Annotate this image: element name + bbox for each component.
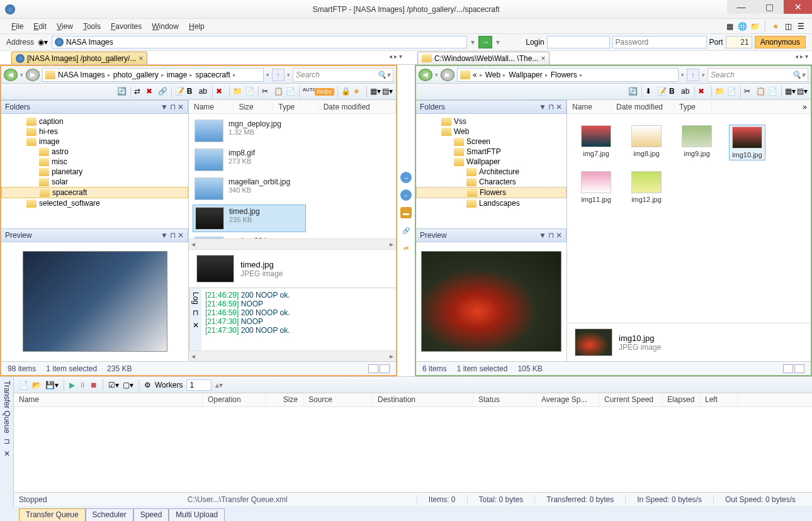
close-icon[interactable]: ✕ [556, 103, 562, 111]
bold-icon[interactable]: B [669, 87, 679, 97]
view-tiles-icon[interactable] [783, 364, 793, 373]
menu-favorites[interactable]: Favorites [106, 20, 147, 33]
tree-item[interactable]: spacecraft [1, 187, 188, 198]
rename-icon[interactable]: ab [681, 87, 691, 97]
view-icon[interactable]: ▤▾ [797, 87, 807, 97]
thumbnail-grid[interactable]: img7.jpgimg8.jpgimg9.jpgimg10.jpgimg11.j… [567, 114, 811, 323]
workers-input[interactable] [186, 379, 211, 391]
favorite-icon[interactable]: ★ [770, 21, 781, 31]
thumbnail[interactable]: img12.jpg [629, 171, 664, 203]
dropdown-icon[interactable]: ▼ [539, 103, 546, 111]
queue-column[interactable]: Average Sp... [536, 393, 599, 406]
newfile-icon[interactable]: 📄 [245, 87, 255, 97]
pasv-button[interactable]: PASV [315, 88, 334, 96]
column-header[interactable]: Type [674, 103, 712, 111]
queue-columns[interactable]: NameOperationSizeSourceDestinationStatus… [14, 393, 812, 407]
open-icon[interactable]: 📂 [32, 381, 42, 389]
log-scrollbar[interactable]: ◂▸ [189, 350, 396, 361]
queue-column[interactable]: Size [266, 393, 303, 406]
queue-column[interactable]: Operation [203, 393, 266, 406]
address-input[interactable]: NASA Images [52, 36, 467, 48]
column-header[interactable]: Size [234, 103, 273, 111]
minimize-button[interactable]: — [727, 0, 755, 14]
copy-icon[interactable]: 📋 [756, 87, 766, 97]
pin-icon[interactable]: ⊓ [548, 231, 554, 240]
search-input[interactable]: Search🔍▾ [293, 68, 393, 82]
queue-column[interactable]: Elapsed [662, 393, 700, 406]
thumbnail[interactable]: img11.jpg [578, 171, 614, 203]
password-input[interactable] [612, 36, 707, 48]
more-columns-icon[interactable]: » [799, 103, 811, 111]
newfolder-icon[interactable]: 📁 [715, 87, 725, 97]
tree-item[interactable]: SmartFTP [416, 147, 567, 157]
close-icon[interactable]: ✕ [556, 231, 562, 240]
cancel-icon[interactable]: ✖ [146, 87, 156, 97]
view-list-icon[interactable] [380, 364, 390, 373]
menu-tools[interactable]: Tools [78, 20, 106, 33]
link-icon[interactable]: 🔗 [400, 225, 412, 236]
column-header[interactable]: Type [273, 103, 318, 111]
queue-rows[interactable] [14, 407, 812, 492]
paste-icon[interactable]: 📄 [286, 87, 296, 97]
newfolder-icon[interactable]: 📁 [233, 87, 243, 97]
column-header[interactable]: Date modified [611, 103, 674, 111]
dropdown-icon[interactable]: ▼ [539, 231, 546, 240]
file-grid[interactable]: mgn_deploy.jpg1.32 MBimp8.gif273 KBmagel… [189, 114, 396, 238]
clear-icon[interactable]: ▢▾ [123, 381, 133, 389]
star-icon[interactable]: ★ [353, 87, 363, 97]
close-icon[interactable]: ✕ [3, 449, 11, 458]
dropdown-icon[interactable]: ▼ [161, 103, 168, 111]
forward-button[interactable]: ▶ [26, 69, 40, 81]
breadcrumb-part[interactable]: Flowers [550, 70, 578, 79]
column-header[interactable]: Name [189, 103, 234, 111]
menu-help[interactable]: Help [184, 20, 210, 33]
tree-item[interactable]: Screen [416, 137, 567, 147]
bottom-tab-transfer-queue[interactable]: Transfer Queue [19, 508, 86, 521]
file-header[interactable]: NameDate modifiedType» [567, 100, 811, 114]
menu-window[interactable]: Window [147, 20, 184, 33]
tree-item[interactable]: Wallpaper [416, 157, 567, 167]
folder-tree[interactable]: captionhi-resimageastromiscplanetarysola… [1, 114, 188, 228]
layout-icon[interactable]: ▦ [725, 21, 735, 31]
tree-item[interactable]: Architecture [416, 167, 567, 177]
file-tile[interactable]: timed.jpg235 KB [193, 204, 306, 232]
column-header[interactable]: Name [567, 103, 611, 111]
dropdown-icon[interactable]: ▼ [161, 231, 168, 240]
right-tab[interactable]: C:\Windows\Web\Wall... \The... × [417, 52, 550, 64]
globe-icon[interactable]: 🌐 [737, 21, 747, 31]
tree-item[interactable]: caption [1, 116, 188, 126]
queue-column[interactable]: Left [700, 393, 738, 406]
tree-item[interactable]: image [1, 137, 188, 147]
refresh-icon[interactable]: 🔄 [117, 87, 127, 97]
file-tile[interactable]: imp8.gif273 KB [193, 147, 306, 173]
menu-view[interactable]: View [52, 20, 78, 33]
pin-icon[interactable]: ⊓ [193, 308, 198, 317]
stop-icon[interactable]: ⏹ [90, 381, 98, 389]
hdd-icon[interactable]: ▬ [400, 207, 412, 218]
scrollbar[interactable]: ◂▸ [189, 238, 396, 249]
tree-item[interactable]: misc [1, 157, 188, 167]
left-tab[interactable]: [NASA Images] /photo_gallery/... × [11, 52, 147, 64]
address-type-icon[interactable]: ◉▾ [38, 37, 48, 47]
edit-icon[interactable]: 📝 [175, 87, 185, 97]
file-tile[interactable]: mgn_deploy.jpg1.32 MB [193, 118, 306, 144]
breadcrumb-part[interactable]: photo_gallery [112, 70, 160, 79]
go-button[interactable]: → [478, 36, 492, 48]
breadcrumb-part[interactable]: « [471, 70, 478, 79]
queue-column[interactable]: Status [473, 393, 536, 406]
login-input[interactable] [547, 36, 610, 48]
breadcrumb-part[interactable]: image [166, 70, 189, 79]
thumbnail[interactable]: img8.jpg [629, 125, 664, 160]
thumbnail[interactable]: img7.jpg [578, 125, 614, 160]
pin-icon[interactable]: ⊓ [3, 439, 11, 444]
menu-edit[interactable]: Edit [28, 20, 52, 33]
anonymous-button[interactable]: Anonymous [755, 36, 806, 48]
delete-icon[interactable]: ✖ [216, 87, 226, 97]
breadcrumb[interactable]: NASA Images▸photo_gallery▸image▸spacecra… [42, 68, 264, 82]
view-icon[interactable]: ▤▾ [382, 87, 392, 97]
transfer-right-icon[interactable]: → [400, 172, 412, 183]
port-input[interactable] [726, 36, 752, 48]
link-icon[interactable]: 🔗 [158, 87, 168, 97]
layout-icon[interactable]: ▦▾ [785, 87, 795, 97]
rename-icon[interactable]: ab [199, 87, 209, 97]
